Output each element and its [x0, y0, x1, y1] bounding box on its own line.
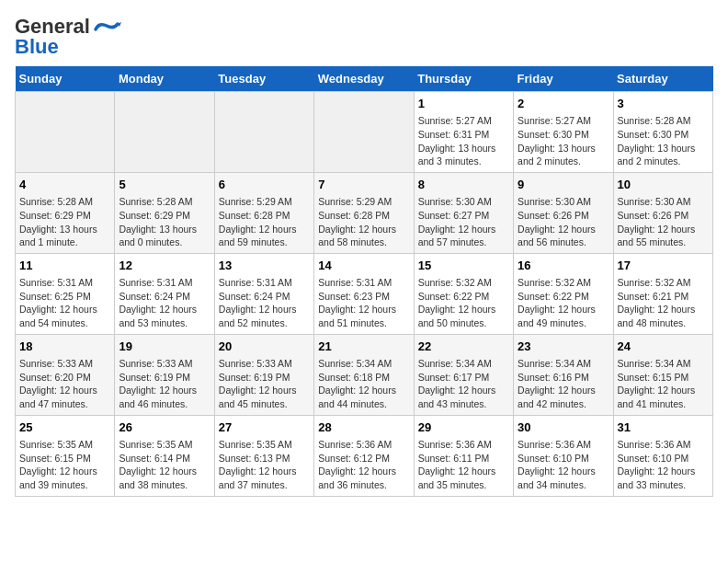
day-number: 25	[19, 419, 110, 436]
day-info: Sunrise: 5:36 AM Sunset: 6:10 PM Dayligh…	[518, 438, 609, 492]
calendar-day-cell: 17Sunrise: 5:32 AM Sunset: 6:21 PM Dayli…	[613, 253, 712, 334]
day-info: Sunrise: 5:35 AM Sunset: 6:15 PM Dayligh…	[19, 438, 110, 492]
day-of-week-sunday: Sunday	[16, 66, 115, 92]
page-header: General Blue	[15, 15, 713, 59]
day-number: 24	[618, 339, 709, 355]
day-number: 22	[418, 339, 509, 355]
day-number: 20	[219, 339, 310, 355]
calendar-day-cell: 29Sunrise: 5:36 AM Sunset: 6:11 PM Dayli…	[414, 415, 513, 496]
day-info: Sunrise: 5:31 AM Sunset: 6:24 PM Dayligh…	[119, 276, 210, 330]
calendar-day-cell: 8Sunrise: 5:30 AM Sunset: 6:27 PM Daylig…	[414, 172, 513, 253]
day-info: Sunrise: 5:34 AM Sunset: 6:18 PM Dayligh…	[318, 357, 409, 411]
day-number: 3	[618, 96, 709, 112]
day-info: Sunrise: 5:36 AM Sunset: 6:12 PM Dayligh…	[318, 438, 409, 492]
day-number: 12	[119, 258, 210, 274]
day-info: Sunrise: 5:28 AM Sunset: 6:30 PM Dayligh…	[618, 114, 709, 168]
day-info: Sunrise: 5:27 AM Sunset: 6:31 PM Dayligh…	[418, 114, 509, 168]
calendar-day-cell: 11Sunrise: 5:31 AM Sunset: 6:25 PM Dayli…	[16, 253, 115, 334]
day-info: Sunrise: 5:34 AM Sunset: 6:16 PM Dayligh…	[518, 357, 609, 411]
calendar-day-cell: 25Sunrise: 5:35 AM Sunset: 6:15 PM Dayli…	[16, 415, 115, 496]
calendar-day-cell: 18Sunrise: 5:33 AM Sunset: 6:20 PM Dayli…	[16, 334, 115, 415]
day-info: Sunrise: 5:31 AM Sunset: 6:24 PM Dayligh…	[219, 276, 310, 330]
day-info: Sunrise: 5:28 AM Sunset: 6:29 PM Dayligh…	[19, 195, 110, 249]
day-number: 8	[418, 177, 509, 193]
calendar-table: SundayMondayTuesdayWednesdayThursdayFrid…	[15, 66, 713, 497]
calendar-day-cell: 22Sunrise: 5:34 AM Sunset: 6:17 PM Dayli…	[414, 334, 513, 415]
calendar-day-cell: 20Sunrise: 5:33 AM Sunset: 6:19 PM Dayli…	[214, 334, 313, 415]
calendar-day-cell	[214, 92, 313, 173]
day-number: 13	[219, 258, 310, 274]
day-info: Sunrise: 5:30 AM Sunset: 6:26 PM Dayligh…	[518, 195, 609, 249]
calendar-day-cell: 30Sunrise: 5:36 AM Sunset: 6:10 PM Dayli…	[514, 415, 613, 496]
calendar-day-cell: 13Sunrise: 5:31 AM Sunset: 6:24 PM Dayli…	[214, 253, 313, 334]
logo-blue-text: Blue	[15, 35, 59, 59]
day-info: Sunrise: 5:35 AM Sunset: 6:13 PM Dayligh…	[219, 438, 310, 492]
calendar-day-cell: 1Sunrise: 5:27 AM Sunset: 6:31 PM Daylig…	[414, 92, 513, 173]
calendar-week-row: 25Sunrise: 5:35 AM Sunset: 6:15 PM Dayli…	[16, 415, 713, 496]
day-number: 27	[219, 419, 310, 436]
day-of-week-thursday: Thursday	[414, 66, 513, 92]
day-number: 1	[418, 96, 509, 112]
day-info: Sunrise: 5:29 AM Sunset: 6:28 PM Dayligh…	[219, 195, 310, 249]
calendar-day-cell: 7Sunrise: 5:29 AM Sunset: 6:28 PM Daylig…	[314, 172, 414, 253]
day-number: 31	[618, 419, 709, 436]
day-info: Sunrise: 5:32 AM Sunset: 6:22 PM Dayligh…	[418, 276, 509, 330]
calendar-week-row: 11Sunrise: 5:31 AM Sunset: 6:25 PM Dayli…	[16, 253, 713, 334]
calendar-day-cell	[314, 92, 414, 173]
day-number: 19	[119, 339, 210, 355]
day-info: Sunrise: 5:36 AM Sunset: 6:11 PM Dayligh…	[418, 438, 509, 492]
day-number: 23	[518, 339, 609, 355]
calendar-header-row: SundayMondayTuesdayWednesdayThursdayFrid…	[16, 66, 713, 92]
calendar-day-cell: 3Sunrise: 5:28 AM Sunset: 6:30 PM Daylig…	[613, 92, 712, 173]
calendar-day-cell: 23Sunrise: 5:34 AM Sunset: 6:16 PM Dayli…	[514, 334, 613, 415]
logo: General Blue	[15, 15, 121, 59]
calendar-day-cell: 12Sunrise: 5:31 AM Sunset: 6:24 PM Dayli…	[115, 253, 214, 334]
day-number: 16	[518, 258, 609, 274]
calendar-day-cell: 2Sunrise: 5:27 AM Sunset: 6:30 PM Daylig…	[514, 92, 613, 173]
calendar-week-row: 18Sunrise: 5:33 AM Sunset: 6:20 PM Dayli…	[16, 334, 713, 415]
day-number: 5	[119, 177, 210, 193]
day-of-week-saturday: Saturday	[613, 66, 712, 92]
calendar-day-cell: 14Sunrise: 5:31 AM Sunset: 6:23 PM Dayli…	[314, 253, 414, 334]
calendar-day-cell: 16Sunrise: 5:32 AM Sunset: 6:22 PM Dayli…	[514, 253, 613, 334]
day-info: Sunrise: 5:32 AM Sunset: 6:21 PM Dayligh…	[618, 276, 709, 330]
day-number: 10	[618, 177, 709, 193]
calendar-day-cell	[16, 92, 115, 173]
day-number: 15	[418, 258, 509, 274]
day-info: Sunrise: 5:30 AM Sunset: 6:27 PM Dayligh…	[418, 195, 509, 249]
calendar-day-cell: 19Sunrise: 5:33 AM Sunset: 6:19 PM Dayli…	[115, 334, 214, 415]
day-number: 4	[19, 177, 110, 193]
day-of-week-monday: Monday	[115, 66, 214, 92]
day-info: Sunrise: 5:36 AM Sunset: 6:10 PM Dayligh…	[618, 438, 709, 492]
day-of-week-tuesday: Tuesday	[214, 66, 313, 92]
day-info: Sunrise: 5:33 AM Sunset: 6:20 PM Dayligh…	[19, 357, 110, 411]
day-number: 28	[318, 419, 409, 436]
day-info: Sunrise: 5:27 AM Sunset: 6:30 PM Dayligh…	[518, 114, 609, 168]
calendar-day-cell: 31Sunrise: 5:36 AM Sunset: 6:10 PM Dayli…	[613, 415, 712, 496]
day-number: 11	[19, 258, 110, 274]
day-of-week-wednesday: Wednesday	[314, 66, 414, 92]
day-info: Sunrise: 5:30 AM Sunset: 6:26 PM Dayligh…	[618, 195, 709, 249]
day-number: 29	[418, 419, 509, 436]
day-info: Sunrise: 5:28 AM Sunset: 6:29 PM Dayligh…	[119, 195, 210, 249]
day-info: Sunrise: 5:32 AM Sunset: 6:22 PM Dayligh…	[518, 276, 609, 330]
day-number: 7	[318, 177, 409, 193]
day-info: Sunrise: 5:33 AM Sunset: 6:19 PM Dayligh…	[119, 357, 210, 411]
calendar-day-cell: 9Sunrise: 5:30 AM Sunset: 6:26 PM Daylig…	[514, 172, 613, 253]
day-number: 9	[518, 177, 609, 193]
calendar-day-cell: 4Sunrise: 5:28 AM Sunset: 6:29 PM Daylig…	[16, 172, 115, 253]
day-info: Sunrise: 5:31 AM Sunset: 6:25 PM Dayligh…	[19, 276, 110, 330]
day-info: Sunrise: 5:31 AM Sunset: 6:23 PM Dayligh…	[318, 276, 409, 330]
day-info: Sunrise: 5:34 AM Sunset: 6:17 PM Dayligh…	[418, 357, 509, 411]
day-number: 17	[618, 258, 709, 274]
day-number: 6	[219, 177, 310, 193]
calendar-day-cell: 6Sunrise: 5:29 AM Sunset: 6:28 PM Daylig…	[214, 172, 313, 253]
day-number: 2	[518, 96, 609, 112]
calendar-week-row: 4Sunrise: 5:28 AM Sunset: 6:29 PM Daylig…	[16, 172, 713, 253]
calendar-day-cell: 28Sunrise: 5:36 AM Sunset: 6:12 PM Dayli…	[314, 415, 414, 496]
day-info: Sunrise: 5:33 AM Sunset: 6:19 PM Dayligh…	[219, 357, 310, 411]
calendar-day-cell: 26Sunrise: 5:35 AM Sunset: 6:14 PM Dayli…	[115, 415, 214, 496]
calendar-week-row: 1Sunrise: 5:27 AM Sunset: 6:31 PM Daylig…	[16, 92, 713, 173]
calendar-day-cell: 5Sunrise: 5:28 AM Sunset: 6:29 PM Daylig…	[115, 172, 214, 253]
calendar-day-cell: 21Sunrise: 5:34 AM Sunset: 6:18 PM Dayli…	[314, 334, 414, 415]
